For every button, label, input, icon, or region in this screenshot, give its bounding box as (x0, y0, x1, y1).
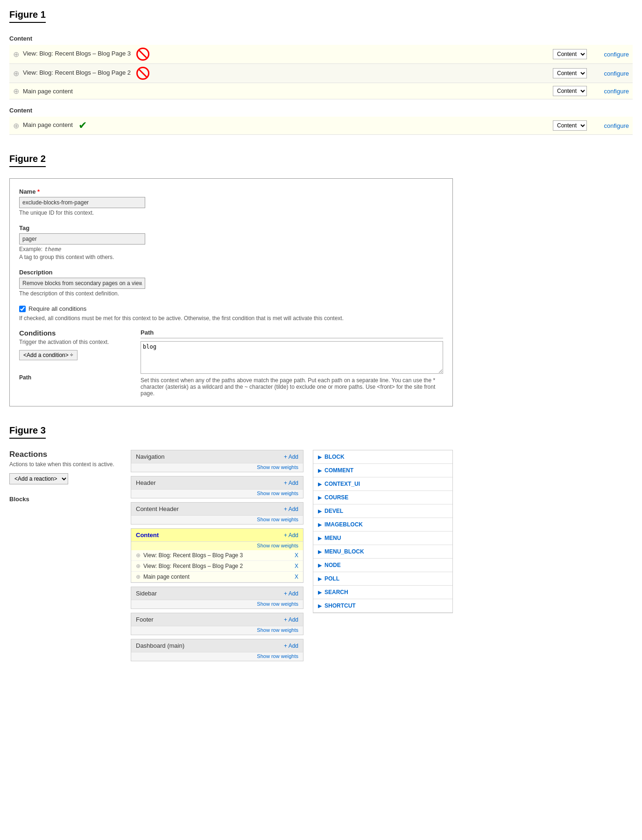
module-item-context-ui[interactable]: ▶ CONTEXT_UI (313, 477, 452, 491)
region-dashboard: Dashboard (main) + Add Show row weights (131, 639, 303, 661)
header-add-link[interactable]: + Add (284, 480, 298, 486)
navigation-show-weights[interactable]: Show row weights (257, 464, 298, 470)
module-item-poll[interactable]: ▶ POLL (313, 572, 452, 586)
region-navigation-sub: Show row weights (131, 463, 303, 472)
module-item-menu[interactable]: ▶ MENU (313, 532, 452, 545)
figure2-section: Figure 2 Name * The unique ID for this c… (9, 154, 633, 406)
description-input[interactable] (19, 278, 145, 289)
remove-link[interactable]: X (295, 552, 298, 559)
name-input[interactable] (19, 197, 145, 208)
region-dashboard-sub: Show row weights (131, 652, 303, 661)
type-select[interactable]: Content (553, 68, 587, 78)
figure3-center: Navigation + Add Show row weights Header… (131, 450, 303, 665)
check-icon: ✔ (78, 119, 87, 132)
module-item-node[interactable]: ▶ NODE (313, 559, 452, 572)
drag-icon[interactable]: ⊕ (136, 552, 141, 559)
drag-icon[interactable]: ⊕ (13, 121, 19, 130)
region-content-header-header: Content Header + Add (131, 503, 303, 516)
region-navigation: Navigation + Add Show row weights (131, 450, 303, 472)
module-name: COURSE (325, 494, 348, 501)
configure-link[interactable]: configure (596, 88, 629, 95)
footer-show-weights[interactable]: Show row weights (257, 627, 298, 633)
type-select[interactable]: Content (553, 49, 587, 59)
block-row: ⊕ View: Blog: Recent Blogs – Blog Page 2… (9, 64, 633, 83)
description-hint: The description of this context definiti… (19, 290, 443, 297)
module-item-imageblock[interactable]: ▶ IMAGEBLOCK (313, 518, 452, 532)
dashboard-show-weights[interactable]: Show row weights (257, 653, 298, 659)
module-item-block[interactable]: ▶ BLOCK (313, 450, 452, 464)
description-field-group: Description The description of this cont… (19, 269, 443, 297)
drag-icon[interactable]: ⊕ (13, 87, 19, 96)
navigation-add-link[interactable]: + Add (284, 454, 298, 460)
require-hint: If checked, all conditions must be met f… (19, 315, 346, 322)
region-footer-header: Footer + Add (131, 613, 303, 626)
module-name: SHORTCUT (325, 602, 356, 609)
name-field-group: Name * The unique ID for this context. (19, 188, 443, 216)
add-condition-button[interactable]: <Add a condition> ÷ (19, 350, 78, 360)
name-hint: The unique ID for this context. (19, 210, 443, 216)
require-checkbox[interactable] (19, 306, 26, 312)
sidebar-add-link[interactable]: + Add (284, 590, 298, 597)
arrow-icon: ▶ (318, 576, 322, 582)
content-header-add-link[interactable]: + Add (284, 506, 298, 512)
require-conditions-row: Require all conditions (19, 305, 443, 312)
region-header-sub: Show row weights (131, 490, 303, 498)
arrow-icon: ▶ (318, 603, 322, 609)
path-header: Path (141, 329, 443, 338)
figure3-module-list: ▶ BLOCK ▶ COMMENT ▶ CONTEXT_UI ▶ COURSE … (313, 450, 453, 665)
drag-icon[interactable]: ⊕ (13, 69, 19, 78)
configure-link[interactable]: configure (596, 70, 629, 77)
content-add-link[interactable]: + Add (284, 532, 298, 539)
block-row: ⊕ View: Blog: Recent Blogs – Blog Page 3… (9, 45, 633, 64)
content-show-weights[interactable]: Show row weights (257, 543, 298, 548)
region-content-header-sub: Show row weights (131, 516, 303, 524)
module-name: IMAGEBLOCK (325, 521, 363, 528)
add-reaction-select[interactable]: <Add a reaction> (9, 473, 68, 484)
arrow-icon: ▶ (318, 522, 322, 528)
module-item-comment[interactable]: ▶ COMMENT (313, 464, 452, 477)
remove-link[interactable]: X (295, 574, 298, 580)
header-show-weights[interactable]: Show row weights (257, 490, 298, 496)
require-label: Require all conditions (28, 305, 86, 312)
no-icon (136, 67, 149, 80)
module-item-devel[interactable]: ▶ DEVEL (313, 504, 452, 518)
arrow-icon: ▶ (318, 468, 322, 474)
region-dashboard-name: Dashboard (main) (136, 642, 184, 649)
blocks-title: Blocks (9, 496, 121, 503)
type-select[interactable]: Content (553, 86, 587, 96)
content-block-item: ⊕ Main page content X (131, 572, 303, 582)
tag-input[interactable] (19, 233, 145, 245)
remove-link[interactable]: X (295, 563, 298, 569)
arrow-icon: ▶ (318, 508, 322, 514)
arrow-icon: ▶ (318, 562, 322, 568)
module-name: MENU_BLOCK (325, 548, 364, 555)
dashboard-add-link[interactable]: + Add (284, 643, 298, 649)
region-sidebar: Sidebar + Add Show row weights (131, 587, 303, 609)
block-item-name: View: Blog: Recent Blogs – Blog Page 3 (143, 552, 295, 559)
module-item-menu-block[interactable]: ▶ MENU_BLOCK (313, 545, 452, 559)
footer-add-link[interactable]: + Add (284, 616, 298, 623)
section2-label: Content (9, 107, 633, 114)
region-content-header-name: Content Header (136, 505, 179, 512)
drag-icon[interactable]: ⊕ (136, 574, 141, 580)
content-header-show-weights[interactable]: Show row weights (257, 517, 298, 522)
module-name: SEARCH (325, 589, 348, 595)
arrow-icon: ▶ (318, 481, 322, 487)
module-item-course[interactable]: ▶ COURSE (313, 491, 452, 504)
path-textarea[interactable]: blog (141, 341, 443, 374)
module-item-shortcut[interactable]: ▶ SHORTCUT (313, 599, 452, 613)
configure-link[interactable]: configure (596, 51, 629, 58)
type-select[interactable]: Content (553, 120, 587, 131)
drag-icon[interactable]: ⊕ (13, 50, 19, 59)
module-name: DEVEL (325, 508, 343, 514)
sidebar-show-weights[interactable]: Show row weights (257, 601, 298, 607)
drag-icon[interactable]: ⊕ (136, 563, 141, 569)
region-content-name: Content (136, 532, 159, 539)
region-navigation-header: Navigation + Add (131, 450, 303, 463)
module-list: ▶ BLOCK ▶ COMMENT ▶ CONTEXT_UI ▶ COURSE … (313, 450, 453, 613)
module-item-search[interactable]: ▶ SEARCH (313, 586, 452, 599)
tag-field-group: Tag Example: theme A tag to group this c… (19, 224, 443, 260)
region-header: Header + Add Show row weights (131, 476, 303, 498)
configure-link[interactable]: configure (596, 122, 629, 129)
region-footer-sub: Show row weights (131, 626, 303, 635)
